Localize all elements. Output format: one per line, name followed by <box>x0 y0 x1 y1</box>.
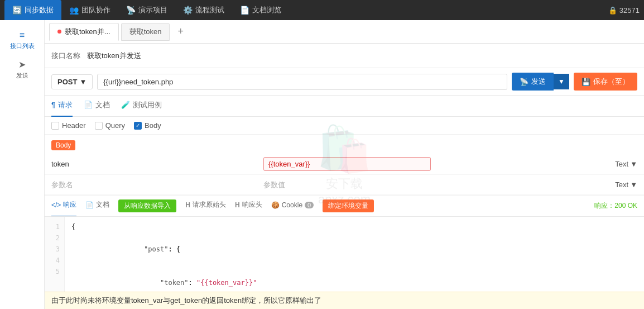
panel-tab-request[interactable]: ¶ 请求 <box>51 96 73 117</box>
checkbox-body-label: Body <box>145 121 161 130</box>
line-numbers: 1 2 3 4 5 <box>45 217 65 292</box>
send-main-button[interactable]: 📡 发送 <box>512 73 554 91</box>
request-paragraph-icon: ¶ <box>51 101 55 109</box>
code-content: { "post": { "token": "{{token_var}}" } } <box>65 217 644 292</box>
send-plane-icon: 📡 <box>520 78 528 86</box>
url-row: POST ▼ 📡 发送 ▼ 💾 保存（至） <box>45 68 644 96</box>
param-value-placeholder-text: 参数值 <box>263 180 285 189</box>
save-button[interactable]: 💾 保存（至） <box>574 73 637 91</box>
panel-tab-testcase-label: 测试用例 <box>133 100 162 110</box>
panel-tab-docs[interactable]: 📄 文档 <box>84 96 110 117</box>
url-input[interactable] <box>97 74 507 90</box>
response-docs-icon: 📄 <box>85 201 94 209</box>
method-label: POST <box>57 78 77 86</box>
resp-header-h-icon: H <box>235 201 240 209</box>
sidebar-item-send[interactable]: ➤ 发送 <box>0 55 44 84</box>
demo-icon: 📡 <box>126 6 136 15</box>
response-tab-docs-label: 文档 <box>96 200 109 210</box>
nav-user-id: 32571 <box>619 6 640 15</box>
panel-docs-icon: 📄 <box>84 101 93 109</box>
nav-demo-label: 演示项目 <box>138 5 167 15</box>
nav-team[interactable]: 👥 团队协作 <box>61 0 118 20</box>
sidebar-item-send-label: 发送 <box>16 72 28 80</box>
req-header-h-icon: H <box>185 201 190 209</box>
param-value-token[interactable] <box>263 157 431 171</box>
panel-tab-testcase[interactable]: 🧪 测试用例 <box>121 96 162 117</box>
response-tab-import[interactable]: 从响应数据导入 <box>118 199 176 212</box>
nav-flow-label: 流程测试 <box>195 5 224 15</box>
param-name-token: token <box>51 160 263 168</box>
nav-docs[interactable]: 📄 文档浏览 <box>232 0 289 20</box>
docs-icon: 📄 <box>240 6 249 15</box>
nav-flow[interactable]: ⚙️ 流程测试 <box>175 0 232 20</box>
param-name-placeholder: 参数名 <box>51 180 263 190</box>
response-tabs: </> 响应 📄 文档 从响应数据导入 H 请求原始头 H 响应头 <box>45 196 644 217</box>
code-line-1: { <box>71 221 637 232</box>
checkbox-body[interactable]: ✓ Body <box>134 121 161 130</box>
response-tab-cookie-label: Cookie <box>282 201 302 209</box>
save-label: 保存（至） <box>593 77 629 87</box>
checkbox-query-label: Query <box>105 121 125 130</box>
nav-team-label: 团队协作 <box>81 5 110 15</box>
response-tab-resp-header[interactable]: H 响应头 <box>235 196 262 217</box>
response-tab-cookie[interactable]: 🍪 Cookie 0 <box>271 196 314 217</box>
checkboxes-row: Header Query ✓ Body <box>45 117 644 135</box>
nav-sync[interactable]: 🔄 同步数据 <box>4 0 61 20</box>
param-row-token: token Text ▼ <box>45 154 644 175</box>
main-layout: ≡ 接口列表 ➤ 发送 🛍️ 安下载anxz.com 获取token并... 获… <box>0 20 644 309</box>
panel-tab-docs-label: 文档 <box>95 100 110 110</box>
param-type-token[interactable]: Text ▼ <box>598 160 637 168</box>
method-select[interactable]: POST ▼ <box>51 74 93 89</box>
sidebar-item-api-list[interactable]: ≡ 接口列表 <box>0 26 44 55</box>
code-key-token: "token" <box>160 279 189 287</box>
code-area: 1 2 3 4 5 { "post": { "token": "{{token <box>45 217 644 292</box>
api-name-input[interactable] <box>87 51 637 60</box>
tab-2[interactable]: 获取token <box>121 23 170 41</box>
response-tab-docs[interactable]: 📄 文档 <box>85 196 109 217</box>
nav-demo[interactable]: 📡 演示项目 <box>118 0 175 20</box>
response-tab-bind-env[interactable]: 绑定环境变量 <box>323 199 374 212</box>
checkbox-query-box <box>95 122 103 130</box>
bottom-notice: 由于此时尚未将环境变量token_var与get_token的返回token绑定… <box>45 292 644 309</box>
checkbox-query[interactable]: Query <box>95 121 125 130</box>
line-num-1: 1 <box>45 221 64 232</box>
checkbox-header[interactable]: Header <box>51 121 86 130</box>
tab-dot <box>57 30 61 34</box>
response-area: </> 响应 📄 文档 从响应数据导入 H 请求原始头 H 响应头 <box>45 196 644 309</box>
panel-tab-request-label: 请求 <box>58 100 73 110</box>
line-num-3: 3 <box>45 244 64 255</box>
flow-icon: ⚙️ <box>183 6 193 15</box>
sync-icon: 🔄 <box>12 6 22 15</box>
response-tab-resp-header-label: 响应头 <box>242 200 262 210</box>
sidebar-item-api-list-label: 接口列表 <box>10 42 35 50</box>
param-type-empty[interactable]: Text ▼ <box>598 180 637 189</box>
response-tab-req-header-label: 请求原始头 <box>193 200 226 210</box>
top-nav: 🔄 同步数据 👥 团队协作 📡 演示项目 ⚙️ 流程测试 📄 文档浏览 🔒 32… <box>0 0 644 20</box>
api-list-icon: ≡ <box>20 30 25 40</box>
response-tab-req-header[interactable]: H 请求原始头 <box>185 196 226 217</box>
send-label: 发送 <box>531 77 546 87</box>
nav-user[interactable]: 🔒 32571 <box>608 6 640 15</box>
content-wrapper: 🛍️ 安下载anxz.com 获取token并... 获取token + 接口名… <box>45 20 644 309</box>
param-type-empty-label: Text <box>615 180 628 189</box>
code-line-2: "post": { <box>71 232 637 266</box>
param-value-area-token <box>263 157 598 171</box>
lock-icon: 🔒 <box>608 6 617 15</box>
tab-1[interactable]: 获取token并... <box>49 23 119 41</box>
response-code-icon: </> <box>51 201 61 209</box>
code-colon-1: : { <box>168 245 180 253</box>
body-tag-row: Body <box>45 135 644 154</box>
api-name-row: 接口名称 <box>45 44 644 68</box>
line-num-4: 4 <box>45 255 64 266</box>
save-icon: 💾 <box>581 78 590 86</box>
param-type-token-arrow: ▼ <box>630 160 637 168</box>
param-value-area-placeholder: 参数值 <box>263 180 598 190</box>
param-name-placeholder-text: 参数名 <box>51 180 73 189</box>
send-dropdown-button[interactable]: ▼ <box>554 74 569 89</box>
cookie-badge: 0 <box>305 202 314 208</box>
param-row-empty: 参数名 参数值 Text ▼ <box>45 175 644 195</box>
params-table: token Text ▼ 参数名 参数值 <box>45 154 644 196</box>
response-tab-response[interactable]: </> 响应 <box>51 196 76 217</box>
panel-testcase-icon: 🧪 <box>121 101 130 109</box>
add-tab-button[interactable]: + <box>172 23 189 40</box>
